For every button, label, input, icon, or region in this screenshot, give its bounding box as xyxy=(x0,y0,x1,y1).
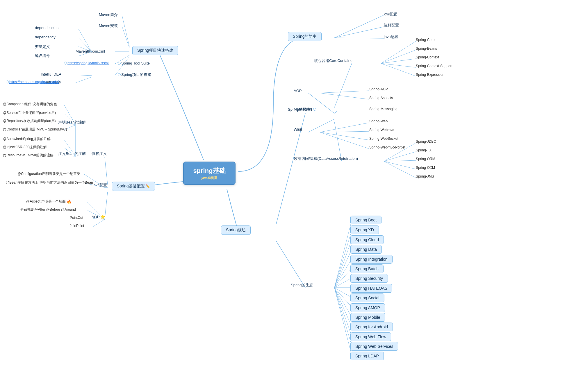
aop-module-node: AOP xyxy=(294,89,302,93)
svg-line-35 xyxy=(334,63,352,108)
bean-annotation-node: @Bean注解在方法上,声明当前方法的返回值为一个Bean xyxy=(6,180,93,185)
aspect-node: @Aspect 声明是一个切面 🔥 xyxy=(26,199,72,204)
svg-line-37 xyxy=(381,50,416,63)
maven-intro-node: Maven简介 xyxy=(99,12,118,17)
svg-line-67 xyxy=(334,288,352,317)
sts2-circle-icon xyxy=(118,62,121,65)
svg-line-4 xyxy=(79,29,92,52)
inject-bean-node: 注入Bean的注解 xyxy=(58,151,86,156)
spring-tool-suite-node: Spring Tool Suite xyxy=(118,61,150,65)
spring-data-node[interactable]: Spring Data xyxy=(350,245,382,254)
svg-line-40 xyxy=(381,63,416,76)
spring-batch-node[interactable]: Spring Batch xyxy=(350,264,384,273)
pom-dep2: dependency xyxy=(35,35,56,39)
center-node[interactable]: spring基础 java李杨勇 xyxy=(183,162,236,185)
mind-map: spring基础 java李杨勇 Spring概述 Spring的简史 xml配… xyxy=(0,0,583,392)
spring-jms-node: Spring-JMS xyxy=(416,174,434,178)
netbeans-link-node[interactable]: https://netbeans.org/downloads/ xyxy=(6,80,59,84)
svg-line-0 xyxy=(334,15,384,38)
pom-dep4: 编译插件 xyxy=(35,53,50,59)
spring-aop-node: Spring-AOP xyxy=(369,87,388,91)
svg-line-60 xyxy=(334,249,352,288)
spring-social-node[interactable]: Spring Social xyxy=(350,293,384,302)
svg-line-36 xyxy=(381,41,416,63)
java-config-history-node: java配置 xyxy=(384,34,398,40)
svg-line-14 xyxy=(76,77,92,83)
spring-orm-node: Spring-ORM xyxy=(416,157,435,161)
spring-mobile-node[interactable]: Spring Mobile xyxy=(350,313,385,322)
pom-dep1: dependencies xyxy=(35,26,58,30)
svg-line-65 xyxy=(334,288,352,298)
svg-line-47 xyxy=(320,123,369,132)
spring-security-node[interactable]: Spring Security xyxy=(350,274,388,283)
spring-web-flow-node[interactable]: Spring Web Flow xyxy=(350,332,391,341)
sts-link-node[interactable]: https://spring.io/tools/sts/all xyxy=(64,61,109,65)
service-node: @Service在业务逻辑层(service层) xyxy=(3,110,56,115)
joinpoint-node: JoinPoint xyxy=(70,224,84,228)
svg-line-43 xyxy=(320,93,369,99)
svg-line-39 xyxy=(381,63,416,67)
svg-line-38 xyxy=(381,59,416,63)
spring-ecosystem-node: Spring的生态 xyxy=(291,282,313,288)
svg-line-71 xyxy=(334,288,352,356)
svg-line-54 xyxy=(384,160,416,161)
spring-basic-config-node[interactable]: Spring基础配置 ✏️ xyxy=(112,182,155,191)
intellij-node: IntelliJ IDEA xyxy=(41,72,61,76)
autowired-node: @Autowired:Spring提供的注解 xyxy=(3,137,51,142)
svg-line-61 xyxy=(334,259,352,288)
svg-line-66 xyxy=(334,288,352,307)
spring-cloud-node[interactable]: Spring Cloud xyxy=(350,235,384,244)
center-subtitle: java李杨勇 xyxy=(202,176,217,180)
svg-line-57 xyxy=(334,220,352,288)
messaging-module-node: Messaging xyxy=(294,107,317,111)
svg-line-46 xyxy=(308,119,334,132)
svg-line-55 xyxy=(384,161,416,169)
spring-core-node: Spring-Core xyxy=(416,38,435,42)
dependency-injection-node: 依赖注入 xyxy=(92,151,107,156)
svg-line-42 xyxy=(320,91,369,93)
spring-integration-node[interactable]: Spring Integration xyxy=(350,255,393,264)
spring-hateoas-node[interactable]: Spring HATEOAS xyxy=(350,284,392,293)
spring-android-node[interactable]: Spring for Android xyxy=(350,323,393,331)
svg-line-63 xyxy=(334,278,352,288)
svg-line-8 xyxy=(122,16,129,46)
svg-line-34 xyxy=(93,219,105,227)
setup-circle-icon xyxy=(118,73,121,76)
svg-line-50 xyxy=(320,132,369,149)
spring-boot-node[interactable]: Spring Boot xyxy=(350,216,381,224)
declare-bean-node: 声明Bean的注解 xyxy=(58,120,86,125)
svg-line-69 xyxy=(334,288,352,336)
svg-line-70 xyxy=(334,288,352,346)
controller-node: @Controller在展现层(MVC→SpringMVC) xyxy=(3,127,67,132)
spring-webmvc-portlet-node: Spring-Webmvc-Portlet xyxy=(369,145,405,149)
spring-expression-node: Spring-Expression xyxy=(416,73,444,77)
svg-line-9 xyxy=(122,27,129,48)
spring-project-setup-node: Spring项目的搭建 xyxy=(118,72,151,77)
pom-dep3: 变量定义 xyxy=(35,44,50,49)
connections-svg xyxy=(0,0,583,392)
edit-icon: ✏️ xyxy=(146,184,150,188)
aop-star-icon: ⭐ xyxy=(100,214,105,219)
config-annotation-node: @Configuration声明当前类是一个配置类 xyxy=(17,171,80,176)
inject-node: @Inject:JSR-330提供的注解 xyxy=(3,145,47,150)
intercept-node: 拦截规则@After @Before @Around xyxy=(20,207,76,212)
spring-overview-label: Spring概述 xyxy=(226,228,246,233)
svg-line-44 xyxy=(334,111,337,113)
spring-xd-node[interactable]: Spring XD xyxy=(350,225,379,234)
spring-history-node[interactable]: Spring的简史 xyxy=(288,32,322,41)
spring-ldap-node[interactable]: Spring LDAP xyxy=(350,352,384,360)
spring-project-build-node[interactable]: Spring项目快速搭建 xyxy=(132,46,178,55)
svg-line-53 xyxy=(384,152,416,161)
spring-webmvc-node: Spring-Webmvc xyxy=(369,128,394,132)
spring-amqp-node[interactable]: Spring AMQP xyxy=(350,303,385,312)
component-node: @Component组件,没有明确的角色 xyxy=(3,102,57,107)
svg-line-17 xyxy=(105,157,108,185)
spring-overview-node[interactable]: Spring概述 xyxy=(221,225,251,235)
spring-web-services-node[interactable]: Spring Web Services xyxy=(350,342,398,351)
svg-line-48 xyxy=(320,131,369,132)
spring-context-support-node: Spring-Context-Support xyxy=(416,64,452,68)
svg-line-13 xyxy=(76,75,92,76)
java-config-node: Java配置 xyxy=(92,182,107,188)
spring-oxm-node: Spring-OXM xyxy=(416,166,435,170)
spring-aspects-node: Spring-Aspects xyxy=(369,96,393,100)
